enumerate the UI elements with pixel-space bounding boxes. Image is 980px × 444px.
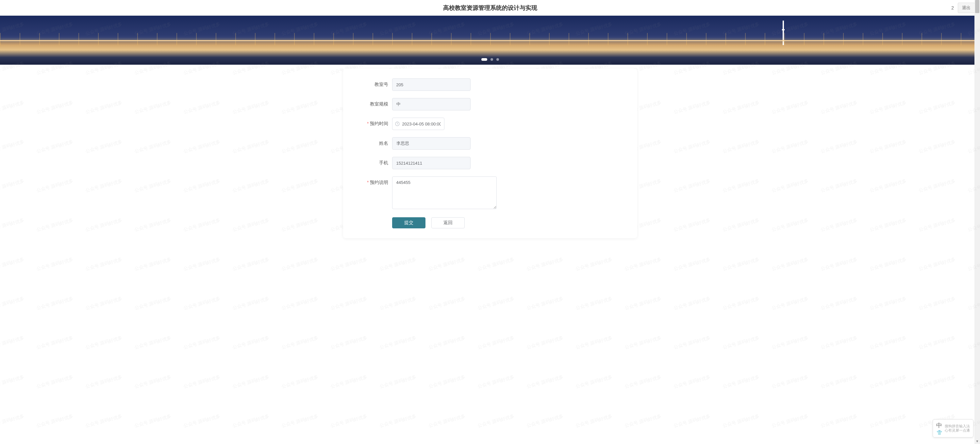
input-room-size[interactable] <box>392 98 471 110</box>
row-remark: *预约说明 <box>356 177 624 210</box>
submit-button[interactable]: 提交 <box>392 217 425 228</box>
input-name[interactable] <box>392 137 471 150</box>
label-name: 姓名 <box>356 137 392 146</box>
label-reserve-time: *预约时间 <box>356 118 392 127</box>
row-name: 姓名 <box>356 137 624 150</box>
textarea-remark[interactable] <box>392 177 497 209</box>
carousel-dot-3[interactable] <box>496 58 499 61</box>
row-phone: 手机 <box>356 157 624 169</box>
page-title: 高校教室资源管理系统的设计与实现 <box>443 4 537 12</box>
logout-button[interactable]: 退出 <box>958 3 975 13</box>
label-phone: 手机 <box>356 157 392 166</box>
topbar-right: 2 退出 <box>951 3 975 13</box>
back-button[interactable]: 返回 <box>431 217 465 228</box>
button-row: 提交 返回 <box>356 217 624 228</box>
input-room-no[interactable] <box>392 78 471 91</box>
row-room-no: 教室号 <box>356 78 624 91</box>
carousel-dots <box>481 58 499 61</box>
row-room-size: 教室规模 <box>356 98 624 110</box>
form-card: 教室号 教室规模 *预约时间 <box>343 68 637 238</box>
label-room-size: 教室规模 <box>356 98 392 107</box>
input-reserve-time[interactable] <box>392 118 444 130</box>
carousel-dot-1[interactable] <box>481 58 487 61</box>
scrollbar-thumb[interactable] <box>975 0 979 13</box>
label-remark: *预约说明 <box>356 177 392 186</box>
clock-icon <box>395 121 400 126</box>
row-reserve-time: *预约时间 <box>356 118 624 130</box>
main-content: 教室号 教室规模 *预约时间 <box>0 65 980 251</box>
label-room-no: 教室号 <box>356 78 392 88</box>
banner-carousel[interactable] <box>0 16 980 65</box>
input-phone[interactable] <box>392 157 471 169</box>
carousel-dot-2[interactable] <box>490 58 493 61</box>
topbar: 高校教室资源管理系统的设计与实现 2 退出 <box>0 0 980 16</box>
user-id: 2 <box>951 5 954 10</box>
